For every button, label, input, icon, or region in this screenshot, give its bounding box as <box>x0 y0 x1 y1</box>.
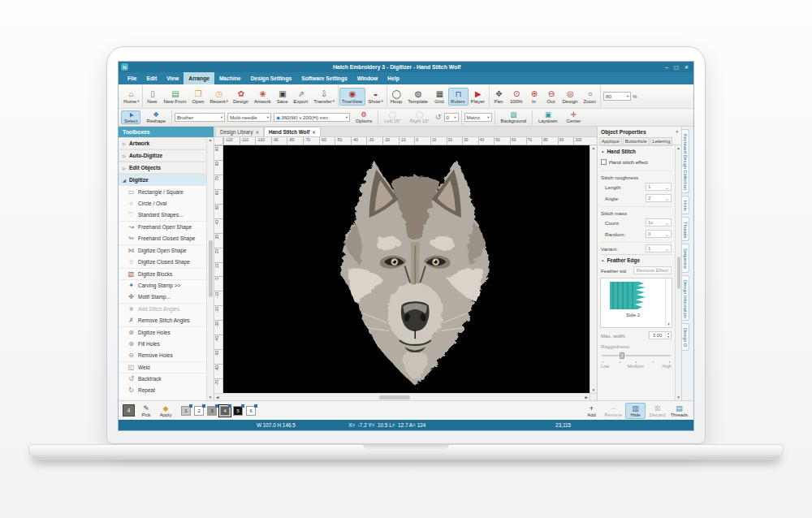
toolbar-button[interactable]: ▦ Grid <box>431 88 448 106</box>
toolbar-button[interactable]: ⌂ Home▾ <box>121 88 141 106</box>
docked-tab[interactable]: Keyboard Design Collection <box>682 129 689 193</box>
toolbar-button[interactable]: ⊓ Rulers <box>448 88 469 106</box>
vertical-scrollbar[interactable]: ▲ ▼ <box>590 145 597 393</box>
scroll-left-icon[interactable]: ◀ <box>216 395 218 399</box>
color-swatch[interactable]: 2 <box>194 406 204 416</box>
pick-color-button[interactable]: ✎ Pick <box>138 404 154 417</box>
rotate-left-15-button[interactable]: ◯ Left 15° <box>381 110 404 124</box>
docked-tab[interactable]: Design O <box>682 323 689 350</box>
menu-item[interactable]: Machine <box>214 72 246 84</box>
menu-item[interactable]: Design Settings <box>246 72 297 84</box>
toolbar-button[interactable]: ⊕ In <box>525 88 542 106</box>
max-width-spinner[interactable]: 3.00 ▲▼ <box>649 331 672 339</box>
toolbar-button[interactable]: ✿ Design <box>231 88 252 106</box>
sidebar-scrollbar[interactable]: ▲ ▼ <box>206 137 214 400</box>
feather-style-list[interactable]: Side 2 ▼ <box>600 278 672 328</box>
digitize-tool-item[interactable]: ✤ Motif Stamp... <box>119 291 206 303</box>
menu-item[interactable]: Arrange <box>184 72 214 84</box>
scroll-down-icon[interactable]: ▼ <box>592 388 595 392</box>
hand-stitch-effect-checkbox[interactable] <box>601 159 607 165</box>
digitize-tool-item[interactable]: ↻ Repeat <box>119 385 206 396</box>
random-select[interactable]: 0⌄ <box>646 230 672 238</box>
toolbox-section[interactable]: ▷ Artwork <box>119 137 206 149</box>
wolf-design[interactable] <box>331 150 498 388</box>
digitize-tool-item[interactable]: ⋈ Digitize Open Shape <box>119 244 206 256</box>
units-select[interactable]: Metric ▾ <box>464 113 492 122</box>
digitize-tool-item[interactable]: ✦ Carving Stamp >> <box>119 279 206 291</box>
properties-scrollbar[interactable]: ▲ ▼ <box>675 145 681 400</box>
scroll-right-icon[interactable]: ▶ <box>585 395 588 399</box>
zoom-level-select[interactable]: 80 ▾ <box>603 92 631 101</box>
palette-action-button[interactable]: ⊠ Discard <box>647 403 667 419</box>
toolbar-button[interactable]: ◉ TrueView <box>339 88 365 106</box>
scrollbar-thumb[interactable] <box>379 395 410 399</box>
toolbar-button[interactable]: ❀ Artwork <box>252 88 274 106</box>
apply-color-button[interactable]: ◆ Apply <box>158 404 174 417</box>
toolbar-button[interactable]: ▯ New <box>144 88 161 106</box>
hand-stitch-section[interactable]: ▲ Hand Stitch <box>600 145 672 156</box>
palette-action-button[interactable]: ▥ Hide <box>625 403 646 419</box>
scroll-up-icon[interactable]: ▲ <box>209 138 212 142</box>
docked-tab[interactable]: Threads <box>682 217 689 242</box>
palette-action-button[interactable]: + Add <box>581 403 602 419</box>
color-swatch[interactable]: 5 <box>233 406 243 416</box>
close-button[interactable]: ✕ <box>685 64 689 70</box>
digitize-tool-item[interactable]: ⊕ Digitize Holes <box>119 326 206 338</box>
color-swatch[interactable]: 6 <box>246 406 256 416</box>
toolbar-button[interactable]: ▣ Save <box>274 88 292 106</box>
toolbar-button[interactable]: ◷ Recent▾ <box>207 88 230 106</box>
toolbar-button[interactable]: ⇗ Export <box>292 88 312 106</box>
toolbar-button[interactable]: ⊖ Out <box>542 88 559 106</box>
center-button[interactable]: ✛ Center <box>564 110 585 124</box>
digitize-tool-item[interactable]: ⋇ Add Stitch Angles <box>119 303 206 314</box>
toolbar-button[interactable]: ◍ Template <box>405 88 431 106</box>
slider-thumb[interactable] <box>620 352 624 359</box>
digitize-tool-item[interactable]: ▭ Rectangle / Square <box>119 186 206 197</box>
remove-effect-button[interactable]: Remove Effect <box>633 266 672 274</box>
properties-tab[interactable]: Lettering <box>650 137 673 145</box>
scroll-up-icon[interactable]: ▲ <box>676 146 680 150</box>
minimize-button[interactable]: – <box>665 64 668 70</box>
background-button[interactable]: ▨ Background <box>498 110 529 124</box>
toolbar-button[interactable]: ✥ Pan <box>490 88 508 106</box>
menu-item[interactable]: Software Settings <box>296 72 352 84</box>
toolbar-button[interactable]: ⇩ Transfer▾ <box>311 88 337 106</box>
scrollbar-thumb[interactable] <box>209 240 213 297</box>
document-tab[interactable]: Design Library ✕ <box>215 127 264 136</box>
scroll-up-icon[interactable]: ▲ <box>592 146 595 150</box>
toolbar-button[interactable]: ◯ Hoop <box>388 88 406 106</box>
length-select[interactable]: 1⌄ <box>646 183 672 191</box>
properties-tab[interactable]: Appliqué <box>599 137 622 145</box>
digitize-tool-item[interactable]: ↺ Backtrack <box>119 373 206 384</box>
menu-item[interactable]: Edit <box>142 72 162 84</box>
hoop-select[interactable]: ◉360(W) x 200(H) mm ▾ <box>274 113 350 122</box>
digitize-tool-item[interactable]: ⊛ Fill Holes <box>119 338 206 349</box>
raggedness-slider[interactable] <box>602 352 671 359</box>
digitize-tool-item[interactable]: ▧ Digitize Blocks <box>119 268 206 279</box>
docked-tab[interactable]: Hints <box>682 196 689 214</box>
select-tool-button[interactable]: ➤ Select <box>121 110 140 124</box>
toolbar-button[interactable]: ▶ Player <box>469 88 488 106</box>
docked-tab[interactable]: Sequence <box>682 244 689 272</box>
color-swatch[interactable]: 4 <box>220 406 230 416</box>
close-tab-icon[interactable]: ✕ <box>256 130 259 135</box>
digitize-tool-item[interactable]: ○ Circle / Oval <box>119 197 206 209</box>
palette-action-button[interactable]: ▤ Threads <box>669 403 689 419</box>
toolbar-button[interactable]: ◎ Design <box>559 88 581 106</box>
toolbar-button[interactable]: ◒ Show▾ <box>365 88 385 106</box>
toolbar-button[interactable]: ○ Zoom <box>581 88 599 106</box>
toolbox-section[interactable]: ▷ Edit Objects <box>119 162 206 174</box>
needle-select[interactable]: Multi-needle ▾ <box>227 113 271 122</box>
toolbar-button[interactable]: ❒ Open <box>190 88 208 106</box>
menu-item[interactable]: Window <box>352 72 383 84</box>
scroll-down-icon[interactable]: ▼ <box>209 395 212 399</box>
digitize-tool-item[interactable]: ⊖ Remove Holes <box>119 349 206 360</box>
design-canvas[interactable] <box>223 145 590 393</box>
scroll-down-icon[interactable]: ▼ <box>676 395 680 399</box>
feather-side-preview[interactable] <box>608 280 659 311</box>
toolbox-section[interactable]: ▷ Auto-Digitize <box>119 149 206 162</box>
toolbar-button[interactable]: ⊙ 100% <box>508 88 526 106</box>
count-select[interactable]: 1x⌄ <box>646 218 672 227</box>
scrollbar-thumb[interactable] <box>677 257 680 289</box>
docked-tab[interactable]: Design Information <box>682 275 689 322</box>
